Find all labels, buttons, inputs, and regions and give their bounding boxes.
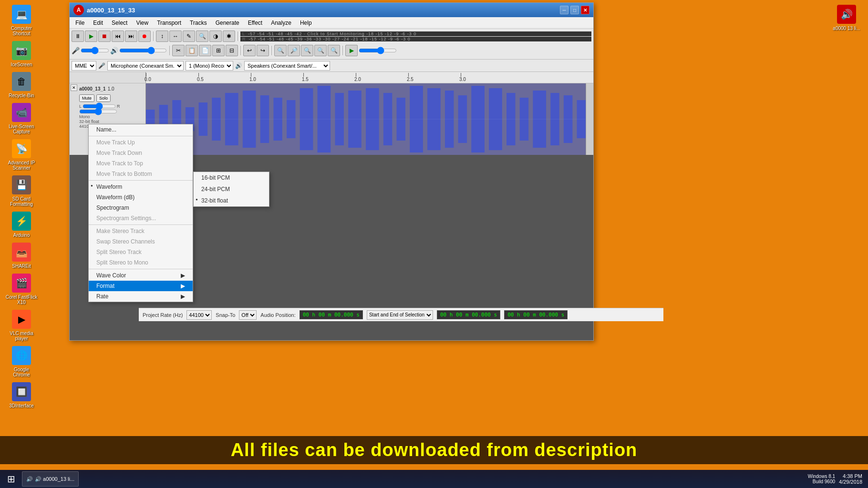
gain-slider[interactable] [79,110,117,113]
ctx-spectrogram-settings[interactable]: Spectrogram Settings... [89,213,193,224]
desktop-icon-corel[interactable]: 🎬 Corel FastFlick X10 [5,274,38,305]
play-speed-slider[interactable] [359,48,397,53]
menu-tracks[interactable]: Tracks [186,19,211,27]
desktop-icon-shareit[interactable]: 📤 SHAREit [5,243,38,269]
zoom-tool[interactable]: 🔍 [196,30,208,42]
channel-select[interactable]: 1 (Mono) Recon... [186,61,233,71]
zoom-out-button[interactable]: 🔎 [288,45,300,56]
close-button[interactable]: ✕ [581,6,589,14]
copy-button[interactable]: 📋 [186,45,198,56]
ctx-name[interactable]: Name... [89,124,193,135]
selection-tool[interactable]: ↕ [156,30,168,42]
solo-button[interactable]: Solo [96,94,111,102]
desktop-icon-arduino[interactable]: ⚡ Arduino [5,212,38,238]
ctx-split-stereo[interactable]: Split Stereo Track [89,247,193,257]
menu-file[interactable]: File [72,19,88,27]
menu-select[interactable]: Select [108,19,131,27]
volume-control [79,110,144,113]
ctx-make-stereo[interactable]: Make Stereo Track [89,226,193,236]
silence-button[interactable]: ⊟ [226,45,238,56]
desktop-icon-3dinterface[interactable]: 🔲 3DInterface [5,382,38,408]
menu-analyze[interactable]: Analyze [267,19,295,27]
menu-generate[interactable]: Generate [212,19,243,27]
trim-button[interactable]: ⊞ [212,45,225,56]
snap-select[interactable]: Off [239,310,257,320]
menu-view[interactable]: View [132,19,152,27]
minimize-button[interactable]: ─ [560,6,568,14]
multi-tool[interactable]: ✱ [223,30,235,42]
stop-button[interactable]: ⏹ [98,30,111,42]
mute-button[interactable]: Mute [79,94,94,102]
skip-start-button[interactable]: ⏮ [112,30,124,42]
ctx-move-down[interactable]: Move Track Down [89,148,193,158]
desktop-icon-vlc[interactable]: ▶ VLC media player [5,310,38,341]
envelope-tool[interactable]: ↔ [169,30,182,42]
menu-edit[interactable]: Edit [89,19,107,27]
format-24bit[interactable]: 24-bit PCM [194,183,269,195]
ctx-rate[interactable]: Rate ▶ [89,291,193,302]
track-close-button[interactable]: ✕ [71,84,77,91]
desktop-icon-recycle[interactable]: 🗑 Recycle-Bin [5,72,38,98]
desktop-icon-sdcard[interactable]: 💾 SD Card Formatting [5,175,38,207]
input-volume-slider[interactable] [81,48,109,53]
scrollbar-v[interactable] [586,83,593,155]
waveform-display-1[interactable] [146,83,586,155]
ctx-format[interactable]: Format ▶ [89,281,193,291]
desktop-icon-chrome[interactable]: 🌐 Google Chrome [5,346,38,377]
output-volume-slider[interactable] [119,48,167,53]
menu-effect[interactable]: Effect [244,19,266,27]
ctx-move-up[interactable]: Move Track Up [89,137,193,148]
format-16bit[interactable]: 16-bit PCM [194,172,269,183]
undo-button[interactable]: ↩ [243,45,256,56]
pause-button[interactable]: ⏸ [72,30,84,42]
ctx-move-bottom[interactable]: Move Track to Bottom [89,169,193,179]
format-32bit[interactable]: 32-bit float [194,195,269,206]
play-button[interactable]: ▶ [85,30,97,42]
redo-button[interactable]: ↪ [257,45,269,56]
skip-end-button[interactable]: ⏭ [125,30,137,42]
zoom-sel-button[interactable]: 🔍 [314,45,327,56]
menu-transport[interactable]: Transport [153,19,185,27]
taskbar-audacity[interactable]: 🔊 🔊 a0000_13 li... [22,471,79,487]
input-device-select[interactable]: Microphone (Conexant Sm... [107,61,184,71]
menu-help[interactable]: Help [296,19,316,27]
host-select[interactable]: MME [72,61,96,71]
level-meters: L -57 -54 -51 -48 -45 -42 · Click to Sta… [240,31,591,41]
clock: 4:38 PM 4/29/2018 [839,473,862,485]
paste-button[interactable]: 📄 [199,45,211,56]
zoom-in-button[interactable]: 🔍 [274,45,287,56]
icescreen-label: IceScreen [10,62,32,67]
bottom-overlay-text: All files can be downloaded from descrip… [0,436,868,464]
desktop-icon-computer[interactable]: 💻 Computer Shortcut [5,5,38,36]
taskbar-audacity-label: 🔊 a0000_13 li... [35,476,74,482]
selection-type-select[interactable]: Start and End of Selection [367,310,433,320]
ctx-waveform[interactable]: Waveform [89,182,193,192]
ctx-swap-stereo[interactable]: Swap Stereo Channels [89,236,193,247]
zoom-fit-button[interactable]: 🔍 [301,45,313,56]
desktop-icon-a0000[interactable]: 🔊 a0000 13 li... [830,5,863,31]
zoom-all-button[interactable]: 🔍 [328,45,340,56]
ruler-mark-05: 0.5 [198,73,251,82]
desktop-icon-icescreen[interactable]: 📷 IceScreen [5,41,38,67]
ctx-wave-color[interactable]: Wave Color ▶ [89,270,193,281]
start-button[interactable]: ⊞ [2,471,20,487]
timeshift-tool[interactable]: ◑ [209,30,222,42]
record-button[interactable]: ⏺ [138,30,151,42]
draw-tool[interactable]: ✎ [183,30,195,42]
cut-button[interactable]: ✂ [172,45,185,56]
maximize-button[interactable]: □ [570,6,579,14]
ctx-spectrogram[interactable]: Spectrogram [89,203,193,213]
ctx-split-stereo-mono[interactable]: Split Stereo to Mono [89,257,193,268]
output-device-select[interactable]: Speakers (Conexant Smart/... [244,61,330,71]
recycle-label: Recycle-Bin [9,93,34,98]
window-title: a0000_13_15_33 [87,7,135,14]
desktop-icon-ipscanner[interactable]: 📡 Advanced IP Scanner [5,139,38,171]
shareit-icon: 📤 [12,243,31,262]
play-at-speed-button[interactable]: ▶ [345,45,358,56]
project-rate-select[interactable]: 44100 [186,310,212,320]
ctx-waveform-db[interactable]: Waveform (dB) [89,192,193,203]
desktop-icon-livecapture[interactable]: 📹 Live-Screen Capture [5,103,38,134]
transport-toolbar: ⏸ ▶ ⏹ ⏮ ⏭ ⏺ ↕ ↔ ✎ 🔍 ◑ ✱ L -57 -54 -51 -4… [72,30,591,43]
ctx-sep-1 [89,136,193,136]
ctx-move-top[interactable]: Move Track to Top [89,158,193,169]
